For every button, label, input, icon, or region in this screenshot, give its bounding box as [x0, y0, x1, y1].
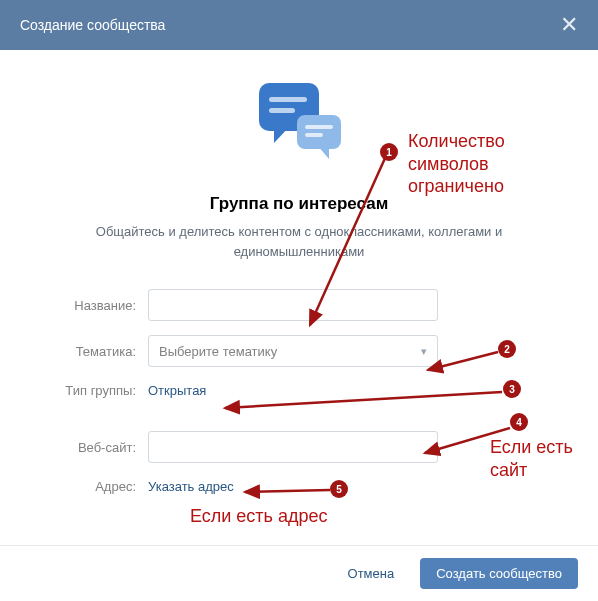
group-type-link[interactable]: Открытая: [148, 383, 206, 398]
topic-select[interactable]: Выберите тематику ▾: [148, 335, 438, 367]
chevron-down-icon: ▾: [421, 345, 427, 358]
row-group-type: Тип группы: Открытая: [30, 381, 568, 399]
website-label: Веб-сайт:: [30, 440, 148, 455]
svg-rect-2: [269, 97, 307, 102]
page-subtitle: Общайтесь и делитесь контентом с однокла…: [30, 222, 568, 261]
create-community-button[interactable]: Создать сообщество: [420, 558, 578, 589]
annotation-text-1: Количество символов ограничено: [408, 130, 578, 198]
svg-rect-6: [305, 125, 333, 129]
row-name: Название:: [30, 289, 568, 321]
annotation-text-5: Если есть адрес: [190, 505, 328, 528]
annotation-badge-2: 2: [498, 340, 516, 358]
group-type-label: Тип группы:: [30, 383, 148, 398]
row-address: Адрес: Указать адрес: [30, 477, 568, 495]
modal-body: Группа по интересам Общайтесь и делитесь…: [0, 50, 598, 545]
annotation-text-4: Если есть сайт: [490, 436, 590, 481]
row-topic: Тематика: Выберите тематику ▾: [30, 335, 568, 367]
topic-placeholder: Выберите тематику: [159, 344, 277, 359]
cancel-button[interactable]: Отмена: [338, 559, 405, 588]
name-input[interactable]: [148, 289, 438, 321]
row-website: Веб-сайт:: [30, 431, 568, 463]
create-community-modal: Создание сообщества ✕ Группа по интереса…: [0, 0, 598, 601]
svg-rect-7: [305, 133, 323, 137]
topic-label: Тематика:: [30, 344, 148, 359]
svg-rect-3: [269, 108, 295, 113]
modal-footer: Отмена Создать сообщество: [0, 545, 598, 601]
svg-rect-4: [297, 115, 341, 149]
website-input[interactable]: [148, 431, 438, 463]
modal-title: Создание сообщества: [20, 17, 165, 33]
modal-header: Создание сообщества ✕: [0, 0, 598, 50]
annotation-badge-4: 4: [510, 413, 528, 431]
address-label: Адрес:: [30, 479, 148, 494]
annotation-badge-5: 5: [330, 480, 348, 498]
annotation-badge-1: 1: [380, 143, 398, 161]
annotation-badge-3: 3: [503, 380, 521, 398]
close-icon[interactable]: ✕: [560, 14, 578, 36]
name-label: Название:: [30, 298, 148, 313]
address-link[interactable]: Указать адрес: [148, 479, 234, 494]
